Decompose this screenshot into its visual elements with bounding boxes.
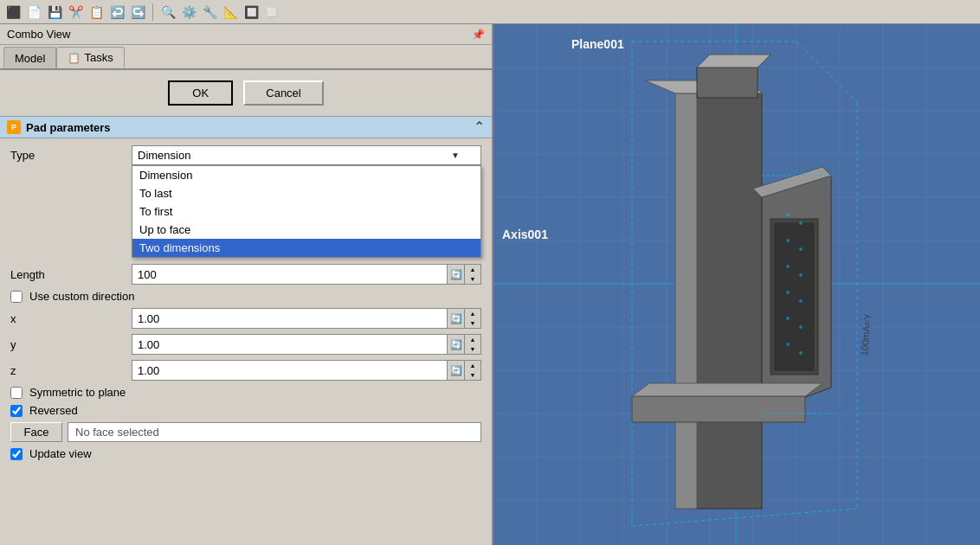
svg-rect-30 <box>675 93 697 509</box>
y-spin-up[interactable]: ▲ <box>465 335 480 344</box>
svg-rect-35 <box>775 223 814 370</box>
y-spin-buttons: ▲ ▼ <box>465 334 481 355</box>
tab-model[interactable]: Model <box>3 47 56 68</box>
svg-rect-36 <box>632 396 805 422</box>
type-dropdown: Dimension ▼ Dimension To last To first U… <box>132 145 481 165</box>
x-row: x 🔄 ▲ ▼ <box>10 308 481 329</box>
x-input[interactable] <box>132 310 447 328</box>
dropdown-item-tofirst[interactable]: To first <box>132 202 480 221</box>
type-dropdown-selected[interactable]: Dimension ▼ <box>132 145 481 165</box>
section-header: P Pad parameters ⌃ <box>0 116 492 138</box>
symmetric-row: Symmetric to plane <box>10 386 481 399</box>
type-row: Type Dimension ▼ Dimension To last To fi… <box>10 145 481 165</box>
dropdown-item-dimension[interactable]: Dimension <box>132 166 480 184</box>
length-spin-down[interactable]: ▼ <box>465 274 480 284</box>
reversed-label: Reversed <box>29 404 78 417</box>
left-panel: Combo View 📌 Model 📋 Tasks OK Cancel P <box>0 24 493 545</box>
toolbar-icon-11[interactable]: 📐 <box>221 3 240 22</box>
cancel-button[interactable]: Cancel <box>243 80 323 106</box>
x-spin-down[interactable]: ▼ <box>465 318 480 328</box>
z-input[interactable] <box>132 362 447 380</box>
y-row: y 🔄 ▲ ▼ <box>10 334 481 355</box>
dropdown-item-twodimensions[interactable]: Two dimensions <box>132 239 480 257</box>
length-row: Length 🔄 ▲ ▼ <box>10 264 481 285</box>
custom-direction-checkbox[interactable] <box>10 291 23 303</box>
face-row: Face No face selected <box>10 422 481 442</box>
reversed-checkbox[interactable] <box>10 405 23 417</box>
combo-view-pin[interactable]: 📌 <box>472 29 485 41</box>
update-view-checkbox[interactable] <box>10 448 23 460</box>
x-spin-up[interactable]: ▲ <box>465 309 480 318</box>
y-spin-down[interactable]: ▼ <box>465 344 480 354</box>
collapse-button[interactable]: ⌃ <box>474 120 485 134</box>
x-label: x <box>10 312 132 325</box>
x-input-wrap: 🔄 ▲ ▼ <box>132 308 481 329</box>
toolbar-icon-12[interactable]: 🔲 <box>242 3 261 22</box>
combo-view-title: Combo View <box>7 28 70 41</box>
length-cycle-button[interactable]: 🔄 <box>447 265 464 284</box>
symmetric-checkbox[interactable] <box>10 387 23 399</box>
toolbar-icon-4[interactable]: ✂️ <box>66 3 85 22</box>
length-input[interactable] <box>132 266 447 284</box>
y-input-container: 🔄 <box>132 334 465 355</box>
svg-point-46 <box>786 291 790 294</box>
y-label: y <box>10 338 132 351</box>
custom-direction-label: Use custom direction <box>29 290 134 303</box>
toolbar-icon-13[interactable]: ◻️ <box>262 3 281 22</box>
toolbar-icon-8[interactable]: 🔍 <box>158 3 177 22</box>
form-area: Type Dimension ▼ Dimension To last To fi… <box>0 138 492 545</box>
ok-button[interactable]: OK <box>168 80 233 106</box>
length-input-container: 🔄 <box>132 264 465 285</box>
svg-point-47 <box>799 299 803 303</box>
svg-point-41 <box>799 221 803 225</box>
update-view-label: Update view <box>29 447 92 460</box>
viewport[interactable]: Plane001 Axis001 100mA=Y <box>493 24 980 545</box>
tab-tasks[interactable]: 📋 Tasks <box>56 47 124 68</box>
svg-point-51 <box>799 351 803 355</box>
dropdown-arrow-icon: ▼ <box>451 151 460 160</box>
main-area: Combo View 📌 Model 📋 Tasks OK Cancel P <box>0 24 980 545</box>
toolbar-icon-7[interactable]: ↪️ <box>128 3 147 22</box>
face-button[interactable]: Face <box>10 422 62 442</box>
z-control: 🔄 ▲ ▼ <box>132 360 481 381</box>
z-input-container: 🔄 <box>132 360 465 381</box>
toolbar-icon-2[interactable]: 📄 <box>24 3 43 22</box>
y-cycle-button[interactable]: 🔄 <box>447 335 464 354</box>
tabs-bar: Model 📋 Tasks <box>0 45 492 70</box>
svg-point-49 <box>799 325 803 329</box>
z-cycle-button[interactable]: 🔄 <box>447 361 464 380</box>
length-spin-up[interactable]: ▲ <box>465 265 480 274</box>
section-title-text: Pad parameters <box>26 121 111 134</box>
toolbar-icon-3[interactable]: 💾 <box>45 3 64 22</box>
z-spin-down[interactable]: ▼ <box>465 370 480 380</box>
toolbar-icon-5[interactable]: 📋 <box>87 3 106 22</box>
toolbar-icon-10[interactable]: 🔧 <box>200 3 219 22</box>
x-spin-buttons: ▲ ▼ <box>465 308 481 329</box>
z-spin-up[interactable]: ▲ <box>465 361 480 370</box>
action-buttons: OK Cancel <box>0 70 492 116</box>
svg-point-50 <box>786 343 790 346</box>
toolbar-icon-9[interactable]: ⚙️ <box>179 3 198 22</box>
z-row: z 🔄 ▲ ▼ <box>10 360 481 381</box>
length-input-wrap: 🔄 ▲ ▼ <box>132 264 481 285</box>
toolbar-icon-1[interactable]: ⬛ <box>3 3 23 22</box>
viewport-svg: Plane001 Axis001 100mA=Y <box>493 24 980 545</box>
y-input[interactable] <box>132 336 447 354</box>
x-cycle-button[interactable]: 🔄 <box>447 309 464 328</box>
svg-marker-37 <box>632 383 822 396</box>
svg-point-40 <box>786 213 790 216</box>
face-display: No face selected <box>68 422 481 442</box>
tab-tasks-label: Tasks <box>84 51 113 64</box>
y-control: 🔄 ▲ ▼ <box>132 334 481 355</box>
toolbar-icon-6[interactable]: ↩️ <box>107 3 126 22</box>
combo-view-header: Combo View 📌 <box>0 24 492 45</box>
svg-point-42 <box>786 239 790 242</box>
svg-point-44 <box>786 265 790 268</box>
pad-icon: P <box>7 120 21 134</box>
svg-point-43 <box>799 247 803 251</box>
svg-text:Axis001: Axis001 <box>502 228 548 241</box>
dropdown-item-uptoface[interactable]: Up to face <box>132 221 480 239</box>
y-input-wrap: 🔄 ▲ ▼ <box>132 334 481 355</box>
update-view-row: Update view <box>10 447 481 460</box>
dropdown-item-tolast[interactable]: To last <box>132 184 480 202</box>
